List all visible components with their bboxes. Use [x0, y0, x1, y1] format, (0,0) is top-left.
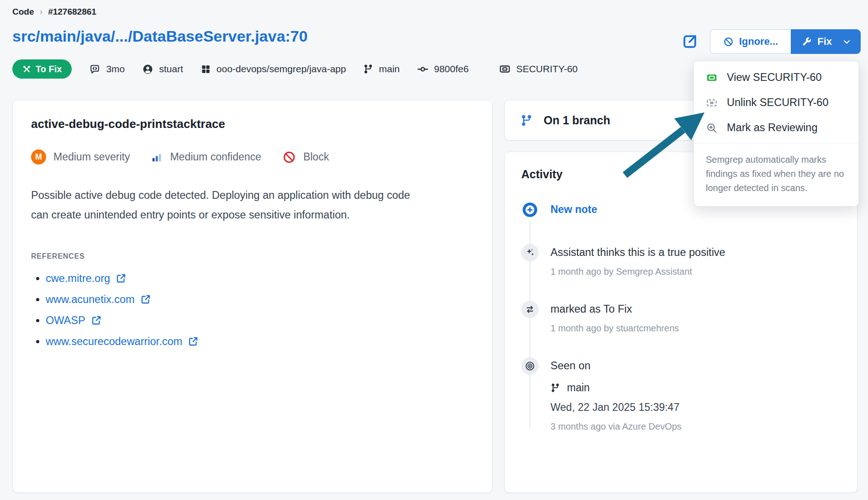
breadcrumb-separator: › [40, 6, 43, 17]
severity-label: Medium severity [53, 151, 130, 163]
event-title: Seen on [550, 360, 682, 372]
event-title: Assistant thinks this is a true positive [550, 246, 725, 259]
reference-item: cwe.mitre.org [46, 272, 474, 285]
finding-detail-card: active-debug-code-printstacktrace M Medi… [12, 100, 492, 493]
seen-on-branch: main [550, 382, 682, 394]
breadcrumb: Code › #127682861 [12, 6, 96, 17]
finding-meta-row: To Fix 3mo stuart [12, 59, 578, 79]
external-link-icon [116, 273, 127, 284]
sparkles-icon [521, 244, 539, 261]
fix-dropdown-menu: View SECURITY-60 Unlink SECURITY-60 Mark… [693, 61, 859, 207]
tools-icon [22, 65, 31, 74]
prohibition-icon [723, 37, 734, 47]
git-branch-icon [550, 383, 560, 393]
share-icon [681, 33, 699, 50]
reference-link-label: www.acunetix.com [46, 293, 135, 306]
external-link-icon [140, 294, 151, 305]
commit-badge[interactable]: 9800fe6 [417, 64, 469, 75]
external-link-icon [188, 336, 199, 347]
ticket-badge[interactable]: SECURITY-60 [499, 63, 578, 75]
reference-item: www.acunetix.com [46, 293, 474, 306]
references-list: cwe.mitre.org www.acunetix.com [31, 272, 474, 348]
activity-event-status-change: marked as To Fix 1 month ago by stuartcm… [521, 301, 841, 334]
ignore-button-label: Ignore... [739, 36, 778, 48]
autofix-hint-text: Semgrep automatically marks findings as … [694, 143, 858, 206]
git-branch-icon [363, 64, 373, 74]
fix-button[interactable]: Fix [791, 29, 861, 54]
rule-name: active-debug-code-printstacktrace [31, 117, 474, 131]
reference-link-label: www.securecodewarrior.com [46, 335, 182, 348]
wrench-icon [802, 37, 812, 47]
comment-code-icon [89, 64, 101, 75]
confidence-bars-icon [151, 151, 163, 163]
reference-item: www.securecodewarrior.com [46, 335, 474, 348]
seen-on-timestamp: Wed, 22 Jan 2025 15:39:47 [550, 401, 682, 414]
branches-card-label: On 1 branch [544, 114, 610, 127]
plus-circle-icon [521, 201, 539, 218]
fix-button-label: Fix [817, 36, 832, 48]
finding-description: Possible active debug code detected. Dep… [31, 186, 424, 225]
branch-badge: main [363, 64, 400, 74]
user-badge: stuart [142, 64, 183, 75]
user-badge-label: stuart [159, 64, 183, 74]
event-meta: 1 month ago by stuartcmehrens [550, 323, 679, 334]
action-button-group: Ignore... Fix [710, 29, 861, 54]
seen-on-branch-label: main [567, 382, 590, 394]
activity-timeline: New note Assistant thinks this is a true… [521, 201, 841, 432]
avatar-icon [142, 64, 153, 75]
severity-medium-icon: M [31, 149, 46, 165]
menu-item-label: View SECURITY-60 [727, 71, 822, 84]
ignore-button[interactable]: Ignore... [710, 29, 791, 54]
reference-link[interactable]: OWASP [46, 314, 102, 327]
status-badge[interactable]: To Fix [12, 59, 72, 79]
file-path-title[interactable]: src/main/java/.../DataBaseServer.java:70 [12, 27, 307, 45]
confidence-label: Medium confidence [170, 151, 261, 163]
branch-badge-label: main [379, 64, 400, 74]
reference-link-label: OWASP [46, 314, 85, 327]
event-meta: 1 month ago by Semgrep Assistant [550, 266, 725, 277]
menu-item-label: Mark as Reviewing [727, 122, 818, 134]
reference-link[interactable]: cwe.mitre.org [46, 272, 127, 285]
chevron-down-icon[interactable] [842, 37, 852, 47]
magnifier-plus-icon [706, 122, 718, 134]
menu-item-view-ticket[interactable]: View SECURITY-60 [694, 65, 858, 90]
menu-item-mark-reviewing[interactable]: Mark as Reviewing [694, 115, 858, 140]
reference-item: OWASP [46, 314, 474, 327]
age-badge-label: 3mo [106, 64, 125, 74]
severity-row: M Medium severity Medium confidence Bloc… [31, 149, 474, 165]
ticket-badge-label: SECURITY-60 [516, 64, 578, 74]
repo-badge-label: ooo-devops/semgrep/java-app [217, 64, 346, 74]
age-badge: 3mo [89, 64, 125, 75]
status-badge-label: To Fix [36, 64, 62, 74]
block-label: Block [303, 151, 329, 163]
event-meta: 3 months ago via Azure DevOps [550, 421, 682, 432]
activity-event-seen-on: Seen on main Wed, 22 Jan 2025 15:39:47 3… [521, 357, 841, 432]
git-branch-icon [520, 114, 533, 127]
ticket-unlink-icon [706, 97, 718, 109]
breadcrumb-finding-id: #127682861 [48, 7, 96, 17]
ticket-green-icon [706, 72, 718, 84]
reference-link[interactable]: www.acunetix.com [46, 293, 151, 306]
reference-link-label: cwe.mitre.org [46, 272, 110, 285]
header-actions: Ignore... Fix [681, 29, 861, 54]
commit-icon [417, 64, 429, 75]
reference-link[interactable]: www.securecodewarrior.com [46, 335, 199, 348]
menu-item-unlink-ticket[interactable]: Unlink SECURITY-60 [694, 90, 858, 115]
new-note-label: New note [550, 203, 597, 216]
ticket-icon [499, 63, 511, 75]
references-heading: REFERENCES [31, 252, 474, 261]
breadcrumb-code-link[interactable]: Code [12, 7, 34, 17]
event-title: marked as To Fix [550, 303, 679, 315]
block-icon [282, 150, 296, 164]
grid-icon [201, 64, 211, 74]
share-button[interactable] [681, 32, 699, 51]
activity-event-assistant: Assistant thinks this is a true positive… [521, 244, 841, 277]
repo-badge: ooo-devops/semgrep/java-app [201, 64, 346, 74]
external-link-icon [91, 315, 102, 326]
swap-arrows-icon [521, 301, 539, 318]
commit-badge-label: 9800fe6 [434, 64, 469, 74]
target-icon [521, 357, 539, 375]
menu-item-label: Unlink SECURITY-60 [727, 96, 828, 109]
